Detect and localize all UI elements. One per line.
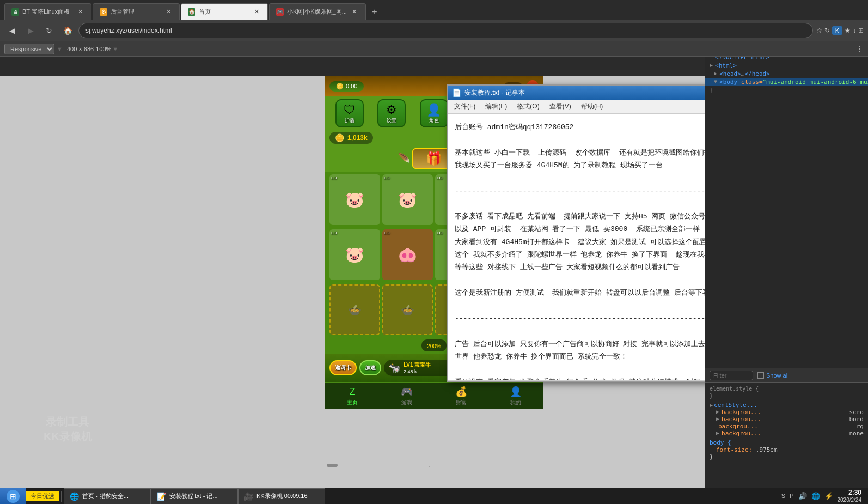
tab-close-home[interactable]: ✕	[252, 8, 261, 16]
left-wing-icon: 🪶	[398, 153, 410, 165]
character-label: 角色	[429, 117, 439, 124]
notepad-menu-help[interactable]: 帮助(H)	[577, 101, 608, 112]
back-button[interactable]: ◀	[4, 23, 20, 38]
css-panel: Show all element.style { } ▶ centStyle..…	[705, 368, 868, 488]
notepad-menu-file[interactable]: 文件(F)	[450, 101, 480, 112]
nav-home-label: 主页	[347, 399, 358, 406]
taskbar-kk-recorder[interactable]: 🎥 KK录像机 00:09:16	[238, 488, 325, 505]
css-rule1-close: }	[710, 393, 713, 399]
tab-home[interactable]: 🏠 首页 ✕	[181, 3, 268, 20]
browser-sign-in[interactable]: K	[832, 26, 842, 35]
code-line-close[interactable]: }	[705, 86, 868, 94]
new-tab-button[interactable]: +	[367, 4, 382, 20]
tab-close-xiaok[interactable]: ✕	[350, 8, 359, 16]
taskbar-notepad-icon: 📝	[157, 492, 166, 501]
devtools-toolbar-right: ⋮	[856, 45, 864, 53]
tab-bt-panel[interactable]: 🖥 BT 宝塔Linux面板 ✕	[4, 3, 91, 20]
code-line-html[interactable]: ▶ <html>	[705, 62, 868, 70]
tray-network-icon[interactable]: 🌐	[811, 492, 820, 500]
coin-icon: 🪙	[336, 83, 344, 90]
tab-xiaok[interactable]: 🎮 小K网|小K娱乐网_网... ✕	[269, 3, 366, 20]
tray-power-icon[interactable]: ⚡	[824, 492, 833, 500]
apps-icon[interactable]: ⊞	[858, 27, 864, 34]
css-rule-centstyle: ▶ centStyle... ▶ backgrou... scro ▶ back…	[710, 402, 864, 437]
code-arrow-head: ▶	[714, 70, 717, 76]
notepad-menu-format[interactable]: 格式(O)	[512, 101, 543, 112]
browser-chrome: 🖥 BT 宝塔Linux面板 ✕ ⚙ 后台管理 ✕ 🏠 首页 ✕ 🎮 小K网|小…	[0, 0, 868, 57]
taskbar-browser[interactable]: 🌐 首页 - 猎豹安全...	[64, 488, 151, 505]
nav-wealth[interactable]: 💰 财富	[434, 383, 488, 409]
forward-button[interactable]: ▶	[23, 23, 38, 38]
css-panel-header: Show all	[705, 368, 868, 383]
bowl-cell-1[interactable]: 🍲	[329, 284, 380, 335]
code-arrow-html: ▶	[710, 62, 713, 68]
settings-icon: ⚙	[386, 103, 397, 117]
home-button[interactable]: 🏠	[60, 23, 75, 38]
pig-cell-2[interactable]: LO 🐷	[382, 174, 433, 225]
taskbar-sep-1	[61, 491, 62, 502]
code-body-class-val: "mui-android mui-android-6 mui-android-6…	[763, 78, 868, 86]
notepad-menu-view[interactable]: 查看(V)	[545, 101, 576, 112]
toolbar-dropdown-arrow: ▼	[57, 46, 63, 52]
address-input[interactable]	[78, 23, 813, 38]
taskbar-notepad[interactable]: 📝 安装教程.txt - 记...	[151, 488, 238, 505]
pig-level-7: LO	[437, 230, 443, 235]
css-tri-1[interactable]: ▶	[710, 402, 713, 408]
resize-handle[interactable]: ⋰	[427, 464, 431, 468]
tab-title-admin: 后台管理	[111, 8, 161, 16]
zoom-dropdown-arrow: ▼	[112, 46, 118, 52]
tab-title-home: 首页	[199, 8, 249, 16]
coin-timer-display: 🪙 0:00	[329, 81, 364, 92]
devtools-more-icon[interactable]: ⋮	[856, 45, 864, 53]
download-icon[interactable]: ↓	[853, 27, 856, 34]
scroll-indicator[interactable]	[327, 464, 338, 467]
pig-cell-1[interactable]: LO 🐷	[329, 174, 380, 225]
refresh-button[interactable]: ↻	[41, 23, 57, 38]
nav-home[interactable]: Z 主页	[325, 383, 380, 409]
bookmark-star-icon[interactable]: ★	[845, 27, 851, 34]
shield-label: 护盾	[345, 117, 354, 124]
tab-close-admin[interactable]: ✕	[164, 8, 173, 16]
shield-icon-btn[interactable]: 🛡 护盾	[335, 99, 364, 127]
code-line-body[interactable]: ▼ <body class= "mui-android mui-android-…	[705, 78, 868, 86]
tray-sound-icon[interactable]: 🔊	[798, 492, 807, 500]
nav-profile[interactable]: 👤 我的	[488, 383, 543, 409]
start-button[interactable]: ⊞	[0, 488, 26, 505]
bookmark-icon[interactable]: ☆	[816, 27, 822, 34]
pig-cell-5[interactable]: LO 🐷	[329, 229, 380, 280]
css-filter-input[interactable]	[710, 371, 753, 380]
css-content-area: element.style { } ▶ centStyle... ▶ backg…	[705, 383, 868, 488]
nav-wealth-icon: 💰	[455, 386, 467, 398]
character-icon-btn[interactable]: 👤 角色	[420, 99, 448, 127]
tab-bar: 🖥 BT 宝塔Linux面板 ✕ ⚙ 后台管理 ✕ 🏠 首页 ✕ 🎮 小K网|小…	[0, 0, 868, 20]
invite-button[interactable]: 邀请卡	[329, 360, 357, 375]
responsive-select[interactable]: Responsive	[4, 44, 54, 54]
bowl-cell-2[interactable]: 🍲	[382, 284, 433, 335]
pig-level-5: LO	[331, 230, 337, 235]
css-show-all-checkbox[interactable]	[757, 372, 764, 379]
nav-game[interactable]: 🎮 游戏	[380, 383, 434, 409]
code-close-brace: }	[710, 87, 713, 94]
css-font-size-prop: font-size:	[716, 446, 752, 453]
taskbar-notepad-label: 安装教程.txt - 记...	[169, 492, 218, 500]
sync-icon[interactable]: ↻	[824, 27, 830, 34]
viewport-zoom: 100%	[96, 46, 111, 52]
taskbar-browser-label: 首页 - 猎豹安全...	[82, 492, 129, 500]
tab-title-bt: BT 宝塔Linux面板	[22, 8, 72, 16]
css-font-size-val: .975em	[756, 446, 778, 453]
code-line-head[interactable]: ▶ <head> … </head>	[705, 70, 868, 78]
css-prop-val-4: none	[849, 430, 864, 437]
viewport-dimensions: 400 × 686	[67, 46, 94, 52]
speed-button[interactable]: 加速	[359, 360, 381, 375]
today-notice-item[interactable]: 今日优选	[26, 491, 59, 501]
tray-icon-p: P	[790, 493, 793, 499]
pig-cell-6-special[interactable]: LO 🐽	[382, 229, 433, 280]
settings-icon-btn[interactable]: ⚙ 设置	[377, 99, 406, 127]
pig-emoji-1: 🐷	[345, 191, 364, 209]
tab-admin[interactable]: ⚙ 后台管理 ✕	[93, 3, 180, 20]
css-prop-row-1: ▶ backgrou... scro	[716, 409, 864, 416]
css-font-size-row: font-size: .975em	[716, 446, 864, 453]
nav-wealth-label: 财富	[456, 399, 467, 406]
tab-close-bt[interactable]: ✕	[76, 8, 84, 16]
notepad-menu-edit[interactable]: 编辑(E)	[481, 101, 511, 112]
